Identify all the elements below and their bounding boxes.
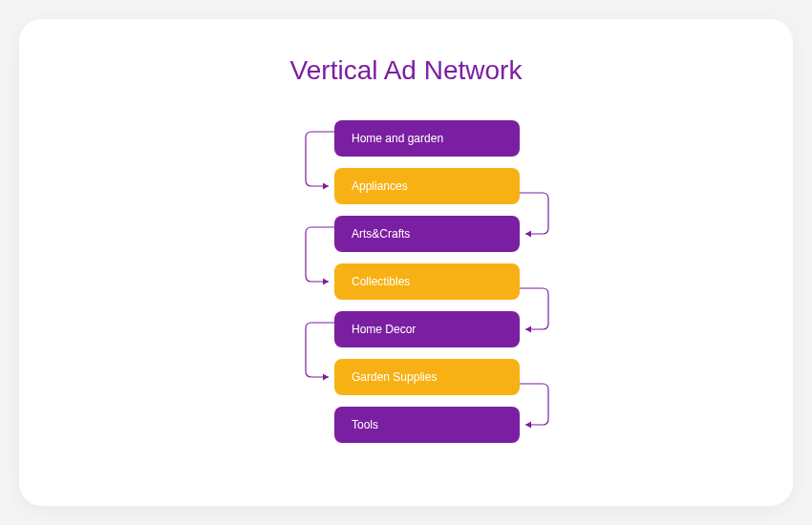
diagram-title: Vertical Ad Network <box>19 55 793 86</box>
node-label: Home and garden <box>352 132 443 145</box>
node-appliances: Appliances <box>334 168 520 204</box>
node-collectibles: Collectibles <box>334 263 520 300</box>
node-label: Garden Supplies <box>352 370 437 384</box>
diagram-card: Vertical Ad Network Home and garden <box>19 19 793 506</box>
node-tools: Tools <box>334 407 520 443</box>
node-label: Tools <box>352 418 378 431</box>
connector-5-6 <box>520 384 548 425</box>
node-garden-supplies: Garden Supplies <box>334 359 520 395</box>
arrowhead-3-4 <box>525 326 531 333</box>
connector-4-5 <box>306 323 334 377</box>
arrowhead-0-1 <box>323 183 329 190</box>
connector-0-1 <box>306 132 334 186</box>
node-label: Collectibles <box>352 275 410 288</box>
arrowhead-2-3 <box>323 279 329 285</box>
arrowhead-4-5 <box>323 374 329 381</box>
connector-2-3 <box>306 227 334 282</box>
flow-diagram: Home and garden Appliances Arts&Crafts C… <box>19 113 793 475</box>
arrowhead-1-2 <box>525 231 531 238</box>
node-label: Appliances <box>352 179 408 193</box>
node-home-and-garden: Home and garden <box>334 120 520 157</box>
connector-1-2 <box>520 193 548 234</box>
node-home-decor: Home Decor <box>334 311 520 347</box>
node-label: Home Decor <box>352 323 416 336</box>
connector-3-4 <box>520 288 548 329</box>
node-label: Arts&Crafts <box>352 227 410 241</box>
arrowhead-5-6 <box>525 422 531 429</box>
node-arts-crafts: Arts&Crafts <box>334 216 520 252</box>
